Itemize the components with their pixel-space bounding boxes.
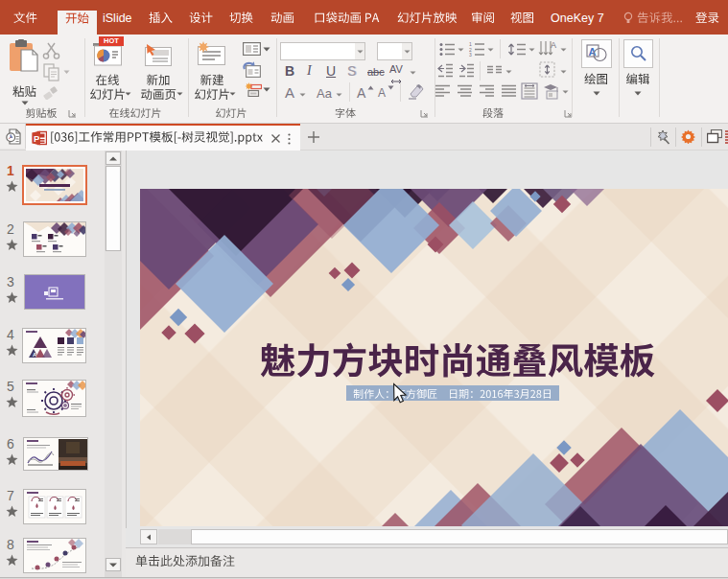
svg-text:A: A <box>33 352 37 358</box>
svg-text:3: 3 <box>469 52 472 57</box>
svg-text:P: P <box>34 133 40 144</box>
svg-text:A: A <box>551 40 556 50</box>
